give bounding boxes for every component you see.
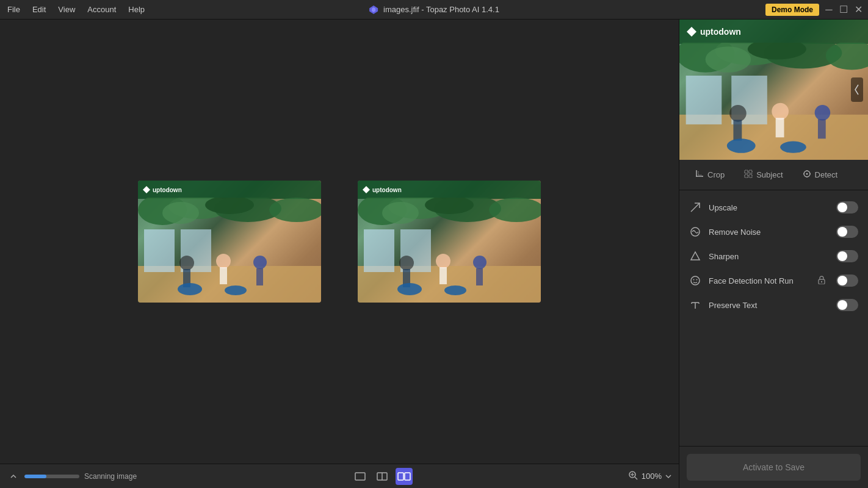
face-detection-lock-icon (818, 276, 825, 286)
svg-line-42 (635, 477, 637, 479)
face-detection-toggle[interactable] (836, 274, 858, 287)
remove-noise-label: Remove Noise (709, 228, 829, 237)
svg-rect-59 (818, 119, 826, 138)
svg-rect-33 (476, 268, 483, 285)
tab-crop-label: Crop (707, 170, 725, 179)
tools-tabs: Crop Subject Detect (679, 166, 868, 184)
feature-sharpen: Sharpen (679, 244, 868, 268)
sharpen-label: Sharpen (709, 252, 829, 261)
zoom-value: 100% (642, 472, 662, 481)
topaz-logo-icon (369, 5, 378, 15)
scene-left (138, 217, 321, 303)
svg-rect-52 (686, 75, 722, 124)
activate-save-button[interactable]: Activate to Save (687, 454, 861, 481)
sharpen-toggle[interactable] (836, 250, 858, 262)
menu-account[interactable]: Account (85, 4, 118, 15)
svg-point-79 (696, 279, 698, 281)
svg-point-13 (216, 254, 231, 268)
titlebar: File Edit View Account Help images.jfif … (0, 0, 868, 20)
svg-line-74 (691, 203, 700, 212)
image-card-left[interactable]: uptodown (138, 181, 321, 303)
face-detection-label: Face Detection Not Run (709, 276, 811, 285)
zoom-icon (628, 470, 638, 482)
svg-rect-36 (355, 473, 365, 480)
view-split-button[interactable] (374, 468, 391, 485)
photo-top-bar-left: uptodown (138, 181, 321, 199)
canvas-area: uptodown (0, 20, 679, 488)
upscale-toggle[interactable] (836, 201, 858, 214)
svg-rect-64 (745, 170, 748, 173)
preview-logo-diamond (687, 27, 696, 37)
canvas-content: uptodown (0, 20, 679, 464)
svg-point-56 (772, 102, 789, 120)
tab-subject-label: Subject (756, 170, 783, 179)
collapse-button[interactable] (7, 470, 20, 483)
features-list: Upscale Remove Noise Sharpen (679, 190, 868, 446)
remove-noise-toggle[interactable] (836, 226, 858, 238)
tab-detect-label: Detect (815, 170, 838, 179)
svg-point-32 (473, 256, 486, 269)
svg-point-15 (253, 256, 267, 269)
tools-section: Crop Subject Detect (679, 160, 868, 190)
progress-bar (24, 475, 79, 478)
svg-point-28 (399, 256, 414, 270)
logo-text-right: uptodown (372, 187, 402, 193)
preserve-text-label: Preserve Text (709, 301, 829, 310)
toolbar-center (352, 468, 413, 485)
right-panel: uptodown (679, 20, 868, 488)
svg-point-48 (826, 43, 868, 70)
scanning-text: Scanning image (84, 472, 137, 481)
view-single-button[interactable] (352, 468, 369, 485)
toolbar-right: 100% (628, 470, 671, 482)
preview-section: uptodown (679, 20, 868, 160)
maximize-button[interactable]: ☐ (839, 5, 848, 15)
svg-point-78 (693, 279, 695, 281)
upscale-icon (689, 201, 701, 214)
titlebar-left: File Edit View Account Help (5, 4, 147, 15)
svg-point-30 (436, 254, 450, 268)
crop-icon (695, 170, 704, 180)
minimize-button[interactable]: ─ (824, 5, 834, 15)
menu-file[interactable]: File (5, 4, 23, 15)
logo-diamond-left (143, 186, 150, 193)
svg-point-34 (397, 283, 422, 295)
zoom-chevron-icon[interactable] (665, 472, 671, 481)
view-dual-button[interactable] (396, 468, 413, 485)
sharpen-icon (689, 250, 701, 262)
logo-text-left: uptodown (153, 187, 182, 193)
feature-upscale: Upscale (679, 195, 868, 220)
preview-top-bar: uptodown (679, 20, 868, 44)
menu-help[interactable]: Help (126, 4, 147, 15)
svg-rect-65 (749, 170, 752, 173)
svg-point-54 (729, 104, 747, 121)
photo-left: uptodown (138, 181, 321, 303)
detect-icon (803, 170, 811, 180)
preserve-text-toggle[interactable] (836, 299, 858, 311)
progress-bar-fill (24, 475, 46, 478)
panel-toggle-button[interactable] (851, 77, 863, 102)
menu-edit[interactable]: Edit (30, 4, 48, 15)
demo-mode-badge: Demo Mode (765, 4, 819, 16)
scene-right (358, 217, 541, 303)
preview-logo-text: uptodown (700, 27, 741, 37)
titlebar-center: images.jfif - Topaz Photo AI 1.4.1 (369, 5, 499, 15)
close-button[interactable]: ✕ (853, 5, 863, 15)
titlebar-right: Demo Mode ─ ☐ ✕ (765, 4, 863, 16)
tab-crop[interactable]: Crop (687, 166, 733, 184)
svg-point-35 (444, 285, 466, 295)
photo-top-bar-right: uptodown (358, 181, 541, 199)
image-card-right[interactable]: uptodown (358, 181, 541, 303)
tab-detect[interactable]: Detect (794, 166, 847, 184)
tab-subject[interactable]: Subject (736, 166, 791, 184)
feature-preserve-text: Preserve Text (679, 293, 868, 317)
menu-view[interactable]: View (56, 4, 78, 15)
activate-btn-container: Activate to Save (679, 446, 868, 488)
preview-logo: uptodown (687, 27, 741, 37)
feature-face-detection: Face Detection Not Run (679, 268, 868, 293)
svg-rect-31 (439, 267, 447, 284)
window-title: images.jfif - Topaz Photo AI 1.4.1 (383, 5, 499, 14)
remove-noise-icon (689, 226, 701, 238)
svg-rect-9 (144, 229, 175, 272)
preserve-text-icon (689, 299, 701, 311)
menu-bar: File Edit View Account Help (5, 4, 147, 15)
